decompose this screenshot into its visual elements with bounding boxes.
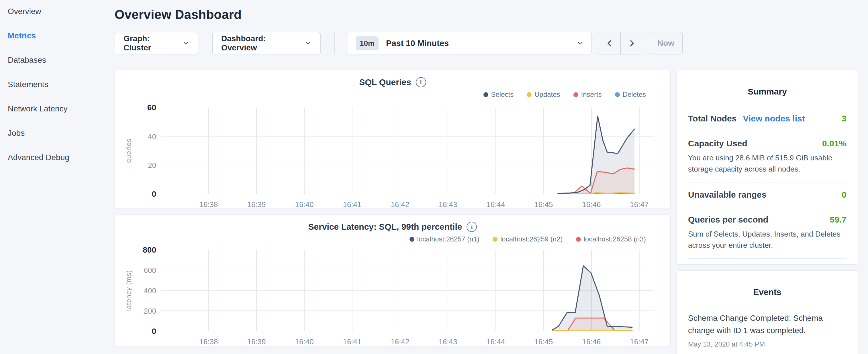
main-content: Overview Dashboard Graph: Cluster Dashbo… bbox=[115, 0, 868, 354]
svg-text:16:43: 16:43 bbox=[438, 200, 457, 209]
svg-text:16:42: 16:42 bbox=[391, 200, 409, 209]
svg-text:16:44: 16:44 bbox=[486, 337, 505, 346]
legend-dot-icon bbox=[409, 237, 414, 242]
chart-title-row: Service Latency: SQL, 99th percentile i bbox=[124, 222, 662, 232]
sql-queries-chart-card: SQL Queries i SelectsUpdatesInsertsDelet… bbox=[115, 70, 671, 209]
svg-text:40: 40 bbox=[148, 132, 156, 141]
now-button[interactable]: Now bbox=[649, 32, 683, 55]
graph-scope-dropdown[interactable]: Graph: Cluster bbox=[115, 32, 198, 55]
svg-text:16:40: 16:40 bbox=[295, 337, 313, 346]
events-card: Events Schema Change Completed: Schema c… bbox=[676, 270, 858, 354]
time-range-badge: 10m bbox=[355, 36, 378, 51]
page: Overview Metrics Databases Statements Ne… bbox=[0, 0, 868, 354]
sidebar-item-advanced-debug[interactable]: Advanced Debug bbox=[8, 153, 115, 162]
page-title: Overview Dashboard bbox=[115, 7, 868, 22]
time-range-selector[interactable]: 10m Past 10 Minutes bbox=[348, 32, 592, 55]
summary-row-value: 0 bbox=[842, 190, 846, 200]
summary-row-label: Total Nodes bbox=[688, 114, 737, 123]
time-prev-button[interactable] bbox=[598, 32, 621, 54]
sidebar-item-metrics[interactable]: Metrics bbox=[8, 31, 115, 40]
dashboard-body: SQL Queries i SelectsUpdatesInsertsDelet… bbox=[115, 70, 868, 354]
svg-text:16:41: 16:41 bbox=[343, 200, 361, 209]
dashboard-dropdown[interactable]: Dashboard: Overview bbox=[212, 32, 321, 55]
summary-row-queries-per-second: Queries per second 59.7 bbox=[688, 215, 846, 225]
sidebar-item-overview[interactable]: Overview bbox=[8, 7, 115, 16]
graph-scope-label: Graph: Cluster bbox=[124, 34, 177, 53]
svg-text:16:44: 16:44 bbox=[486, 200, 505, 209]
chart-title: SQL Queries bbox=[359, 77, 411, 87]
time-range-label: Past 10 Minutes bbox=[386, 39, 449, 48]
sidebar: Overview Metrics Databases Statements Ne… bbox=[0, 0, 115, 354]
svg-text:60: 60 bbox=[147, 103, 156, 112]
svg-text:latency (ms): latency (ms) bbox=[125, 270, 132, 311]
svg-text:16:39: 16:39 bbox=[247, 337, 266, 346]
info-icon[interactable]: i bbox=[467, 222, 477, 232]
dashboard-dropdown-label: Dashboard: Overview bbox=[221, 34, 299, 53]
chevron-right-icon bbox=[627, 39, 636, 47]
svg-text:20: 20 bbox=[148, 161, 156, 169]
divider bbox=[688, 207, 846, 207]
legend-item: localhost:26258 (n3) bbox=[576, 235, 646, 244]
summary-row-value: 3 bbox=[842, 114, 846, 123]
sql-queries-plot[interactable]: 16:3816:3916:4016:4116:4216:4316:4416:45… bbox=[124, 99, 662, 209]
sidebar-item-jobs[interactable]: Jobs bbox=[8, 129, 115, 138]
summary-row-label: Unavailable ranges bbox=[688, 190, 766, 200]
service-latency-chart-card: Service Latency: SQL, 99th percentile i … bbox=[115, 215, 671, 346]
sidebar-item-statements[interactable]: Statements bbox=[8, 80, 115, 89]
svg-text:800: 800 bbox=[143, 246, 156, 254]
summary-row-label: Queries per second bbox=[688, 215, 768, 225]
legend-item: Deletes bbox=[615, 90, 646, 99]
time-next-button[interactable] bbox=[621, 32, 643, 54]
chart-canvas: 16:3816:3916:4016:4116:4216:4316:4416:45… bbox=[124, 244, 662, 346]
svg-text:16:38: 16:38 bbox=[199, 200, 218, 209]
legend-dot-icon bbox=[576, 237, 581, 242]
svg-text:16:45: 16:45 bbox=[534, 337, 553, 346]
chevron-down-icon bbox=[182, 39, 189, 47]
svg-text:0: 0 bbox=[152, 327, 156, 336]
view-nodes-list-link[interactable]: View nodes list bbox=[743, 114, 805, 123]
legend-item: Inserts bbox=[574, 90, 602, 99]
legend-item: Updates bbox=[527, 90, 560, 99]
summary-row-value: 0.01% bbox=[822, 139, 846, 148]
chart-canvas: 16:3816:3916:4016:4116:4216:4316:4416:45… bbox=[124, 99, 662, 209]
summary-row-total-nodes: Total Nodes View nodes list 3 bbox=[688, 114, 846, 123]
chevron-left-icon bbox=[605, 39, 614, 47]
summary-card: Summary Total Nodes View nodes list 3 Ca… bbox=[676, 70, 858, 265]
legend-dot-icon bbox=[493, 237, 497, 242]
charts-column: SQL Queries i SelectsUpdatesInsertsDelet… bbox=[115, 70, 671, 346]
svg-text:16:40: 16:40 bbox=[295, 200, 313, 209]
legend-dot-icon bbox=[574, 92, 578, 97]
toolbar-divider bbox=[334, 32, 335, 55]
divider bbox=[688, 182, 846, 183]
summary-row-description: You are using 28.6 MiB of 515.9 GiB usab… bbox=[688, 152, 846, 175]
svg-text:16:38: 16:38 bbox=[199, 337, 218, 346]
info-icon[interactable]: i bbox=[416, 77, 426, 87]
event-timestamp: May 13, 2020 at 4:45 PM bbox=[688, 340, 846, 348]
svg-text:16:42: 16:42 bbox=[391, 337, 409, 346]
summary-title: Summary bbox=[688, 87, 846, 97]
svg-text:16:46: 16:46 bbox=[582, 200, 601, 209]
sidebar-item-databases[interactable]: Databases bbox=[8, 56, 115, 65]
svg-text:16:46: 16:46 bbox=[582, 337, 601, 346]
events-title: Events bbox=[688, 287, 846, 297]
svg-text:16:41: 16:41 bbox=[343, 337, 361, 346]
chevron-down-icon bbox=[577, 39, 584, 47]
legend-dot-icon bbox=[527, 92, 532, 97]
divider bbox=[688, 258, 846, 259]
legend-dot-icon bbox=[484, 92, 488, 97]
svg-text:16:39: 16:39 bbox=[247, 200, 266, 209]
sidebar-item-network-latency[interactable]: Network Latency bbox=[8, 104, 115, 114]
chart-title-row: SQL Queries i bbox=[124, 77, 662, 87]
summary-row-label: Capacity Used bbox=[688, 139, 747, 148]
event-item: Schema Change Completed: Schema change w… bbox=[688, 312, 846, 348]
chart-title: Service Latency: SQL, 99th percentile bbox=[308, 222, 462, 232]
service-latency-plot[interactable]: 16:3816:3916:4016:4116:4216:4316:4416:45… bbox=[124, 244, 662, 346]
svg-text:400: 400 bbox=[144, 286, 156, 295]
chart-legend: SelectsUpdatesInsertsDeletes bbox=[124, 90, 646, 99]
event-text: Schema Change Completed: Schema change w… bbox=[688, 312, 846, 337]
legend-item: localhost:26259 (n2) bbox=[493, 235, 562, 244]
svg-text:16:43: 16:43 bbox=[438, 337, 457, 346]
svg-text:queries: queries bbox=[125, 138, 132, 163]
summary-row-capacity-used: Capacity Used 0.01% bbox=[688, 139, 846, 148]
summary-row-unavailable-ranges: Unavailable ranges 0 bbox=[688, 190, 846, 200]
